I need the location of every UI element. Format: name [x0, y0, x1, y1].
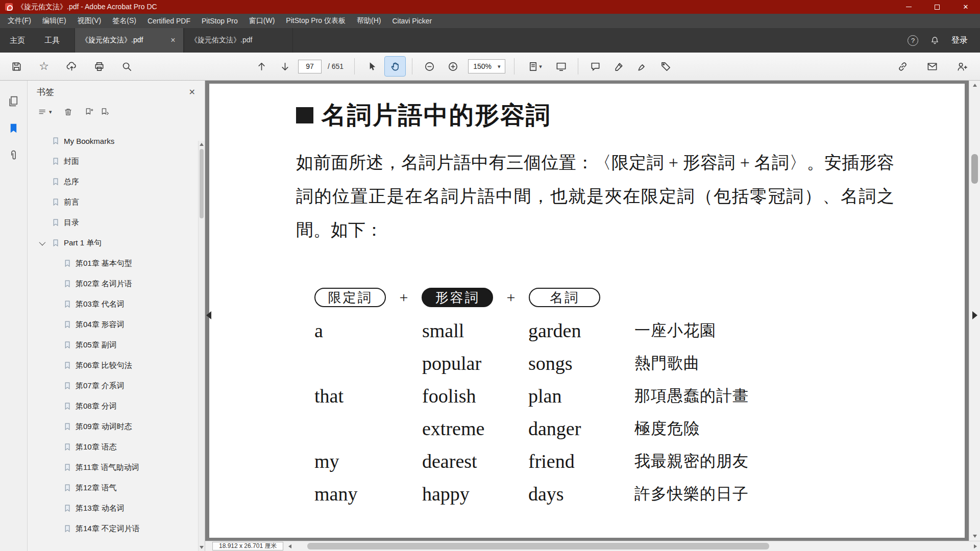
bookmark-item[interactable]: 第06章 比较句法 [28, 355, 205, 375]
menu-item[interactable]: PitStop Pro [196, 14, 243, 28]
menu-item[interactable]: 视图(V) [72, 14, 107, 28]
page-up-button[interactable] [251, 57, 272, 76]
bookmark-item[interactable]: 前言 [28, 192, 205, 212]
scroll-down-arrow[interactable] [973, 535, 977, 538]
bookmark-item[interactable]: 第05章 副词 [28, 335, 205, 355]
sign-button[interactable] [632, 57, 652, 76]
delete-bookmark-button[interactable] [63, 107, 73, 117]
bookmark-label: 第11章 语气助动词 [76, 463, 139, 472]
panel-close-icon[interactable]: ✕ [189, 87, 195, 97]
menu-item[interactable]: Certified PDF [142, 14, 196, 28]
chevron-down-icon: ▾ [49, 109, 52, 115]
sign-in-link[interactable]: 登录 [951, 35, 968, 46]
bookmark-item[interactable]: 第04章 形容词 [28, 314, 205, 335]
bookmark-label: 第03章 代名词 [76, 299, 125, 309]
vertical-scrollbar[interactable] [969, 81, 980, 541]
add-account-button[interactable] [951, 57, 972, 76]
collapse-right-handle[interactable] [972, 311, 977, 319]
bookmark-item[interactable]: 第03章 代名词 [28, 294, 205, 314]
share-link-button[interactable] [892, 57, 913, 76]
menu-item[interactable]: PitStop Pro 仪表板 [280, 14, 351, 28]
example-rows: a small garden 一座小花園 popular songs 熱門歌曲 [314, 314, 944, 510]
highlight-button[interactable] [608, 57, 629, 76]
menu-item[interactable]: 签名(S) [107, 14, 142, 28]
menu-item[interactable]: 帮助(H) [351, 14, 386, 28]
chevron-down-icon[interactable] [38, 241, 48, 245]
plus-sign: + [386, 289, 422, 306]
page-down-button[interactable] [275, 57, 295, 76]
document-tab[interactable]: 《旋元佑文法》.pdf [184, 28, 293, 53]
close-button[interactable]: ✕ [951, 0, 980, 14]
cell-noun: friend [528, 450, 634, 472]
zoom-out-button[interactable] [419, 57, 439, 76]
horizontal-scrollbar-thumb[interactable] [307, 543, 769, 549]
new-bookmark-button[interactable] [84, 107, 94, 117]
notifications-bell-icon[interactable] [929, 35, 940, 46]
bookmark-icon [63, 402, 72, 411]
expand-bookmarks-button[interactable] [100, 107, 110, 117]
bookmark-item[interactable]: 目录 [28, 212, 205, 233]
bookmark-item[interactable]: 第12章 语气 [28, 478, 205, 498]
select-tool-button[interactable] [361, 57, 382, 76]
stamp-button[interactable] [655, 57, 676, 76]
favorites-button[interactable]: ☆ [34, 57, 54, 76]
bookmark-label: 前言 [64, 197, 79, 207]
bookmark-item[interactable]: 封面 [28, 151, 205, 171]
minimize-button[interactable] [894, 0, 923, 14]
bookmark-item[interactable]: 第02章 名词片语 [28, 273, 205, 294]
zoom-in-button[interactable] [443, 57, 463, 76]
bookmark-icon [63, 504, 72, 513]
attachments-button[interactable] [7, 149, 20, 162]
arrow-down-icon [279, 61, 291, 72]
reading-mode-button[interactable] [551, 57, 571, 76]
bookmark-options-button[interactable]: ▾ [38, 107, 52, 117]
menu-item[interactable]: Citavi Picker [386, 14, 437, 28]
trash-icon [63, 107, 73, 117]
scroll-left-arrow[interactable] [288, 544, 291, 548]
bookmark-item[interactable]: 第01章 基本句型 [28, 253, 205, 273]
page-number-input[interactable] [298, 60, 322, 73]
page-thumbnails-button[interactable] [7, 95, 20, 108]
bookmark-item[interactable]: 第13章 动名词 [28, 498, 205, 518]
scroll-up-arrow[interactable] [200, 143, 204, 146]
panel-scrollbar[interactable] [198, 141, 205, 551]
scroll-down-arrow[interactable] [200, 546, 204, 549]
save-button[interactable] [6, 57, 27, 76]
bookmark-item[interactable]: 第07章 介系词 [28, 375, 205, 396]
bookmark-item[interactable]: 第14章 不定词片语 [28, 518, 205, 539]
scroll-right-arrow[interactable] [974, 544, 977, 548]
email-button[interactable] [922, 57, 942, 76]
menu-item[interactable]: 窗口(W) [243, 14, 281, 28]
page-fit-control[interactable]: ▾ [521, 57, 548, 76]
bookmark-label: 第04章 形容词 [76, 320, 125, 330]
cloud-upload-button[interactable] [61, 57, 82, 76]
scroll-up-arrow[interactable] [973, 84, 977, 87]
maximize-button[interactable] [923, 0, 951, 14]
menu-item[interactable]: 编辑(E) [37, 14, 72, 28]
find-button[interactable] [116, 57, 137, 76]
bookmark-label: 第09章 动词时态 [76, 422, 132, 432]
bookmark-item[interactable]: 总序 [28, 171, 205, 192]
bookmarks-panel-button[interactable] [7, 122, 20, 135]
bookmark-item[interactable]: 第09章 动词时态 [28, 416, 205, 437]
tab-tools[interactable]: 工具 [35, 28, 69, 53]
vertical-scrollbar-thumb[interactable] [971, 154, 978, 184]
bookmark-item[interactable]: 第08章 分词 [28, 396, 205, 416]
hand-tool-button[interactable] [385, 57, 405, 76]
zoom-level-control[interactable]: 150% ▾ [468, 59, 505, 73]
panel-scrollbar-thumb[interactable] [200, 149, 204, 218]
tab-close-icon[interactable]: × [169, 36, 177, 45]
help-icon[interactable]: ? [908, 35, 918, 46]
bookmarks-panel-header: 书签 ✕ [28, 81, 205, 103]
bookmark-item[interactable]: 第11章 语气助动词 [28, 457, 205, 478]
bookmark-item[interactable]: My Bookmarks [28, 131, 205, 151]
tab-home[interactable]: 主页 [0, 28, 35, 53]
status-bar: 18.912 x 26.701 厘米 [205, 541, 980, 551]
bookmark-item[interactable]: 第10章 语态 [28, 437, 205, 457]
document-tab[interactable]: 《旋元佑文法》.pdf × [75, 28, 184, 53]
menu-item[interactable]: 文件(F) [2, 14, 37, 28]
bookmark-item[interactable]: Part 1 单句 [28, 233, 205, 253]
collapse-panel-handle[interactable] [206, 311, 211, 319]
print-button[interactable] [89, 57, 109, 76]
comment-button[interactable] [585, 57, 605, 76]
